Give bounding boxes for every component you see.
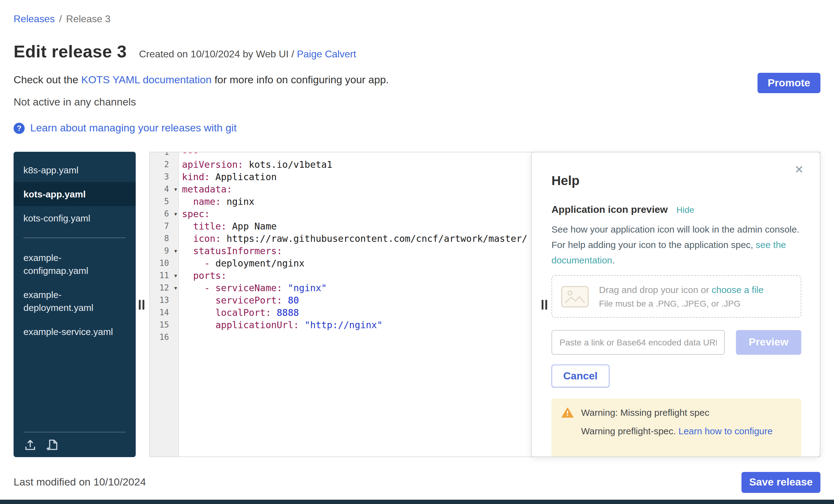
kots-yaml-doc-link[interactable]: KOTS YAML documentation — [81, 74, 212, 86]
code-text: applicationUrl: "http://nginx" — [178, 319, 382, 331]
file-tab-kots-config.yaml[interactable]: kots-config.yaml — [14, 206, 136, 230]
line-number: 14 — [150, 307, 178, 319]
code-text: apiVersion: kots.io/v1beta1 — [178, 158, 332, 171]
edit-release-page: Releases / Release 3 Edit release 3 Crea… — [0, 0, 834, 504]
promote-button[interactable]: Promote — [758, 73, 820, 93]
fold-caret-icon[interactable]: ▾ — [174, 269, 177, 282]
fold-caret-icon[interactable]: ▾ — [174, 245, 177, 257]
page-content: Releases / Release 3 Edit release 3 Crea… — [0, 0, 834, 490]
sidebar-resize-handle[interactable] — [139, 300, 144, 309]
line-number: 2 — [150, 158, 178, 171]
line-number: 5 — [150, 196, 178, 208]
help-panel: ✕ Help Application icon preview Hide See… — [531, 152, 820, 457]
warning-title: Warning: Missing preflight spec — [581, 407, 773, 418]
code-text: servicePort: 80 — [178, 294, 299, 307]
code-text: --- — [178, 152, 199, 158]
created-info: Created on 10/10/2024 by Web UI / Paige … — [139, 49, 356, 60]
breadcrumb-releases-link[interactable]: Releases — [14, 14, 54, 25]
doc-sentence: Check out the KOTS YAML documentation fo… — [14, 74, 820, 86]
image-placeholder-icon — [561, 285, 589, 308]
configure-preflight-link[interactable]: Learn how to configure — [679, 426, 773, 436]
code-text: ports: — [178, 269, 227, 282]
warning-text: Warning: Missing preflight spec Warning … — [581, 407, 773, 436]
line-number: 8 — [150, 233, 178, 245]
question-mark-icon: ? — [14, 123, 25, 134]
file-type-note: File must be a .PNG, .JPEG, or .JPG — [599, 299, 764, 308]
upload-file-icon[interactable] — [23, 438, 37, 452]
code-text — [178, 331, 182, 344]
icon-preview-description: See how your application icon will look … — [551, 221, 801, 268]
icon-preview-header: Application icon preview Hide — [551, 204, 801, 215]
file-tab-kots-app.yaml[interactable]: kots-app.yaml — [14, 182, 136, 206]
hide-link[interactable]: Hide — [676, 205, 694, 215]
breadcrumb-separator: / — [59, 14, 62, 25]
help-title: Help — [551, 173, 801, 188]
doc-sentence-suffix: for more info on configuring your app. — [212, 74, 389, 86]
code-text: statusInformers: — [178, 245, 282, 257]
preview-button[interactable]: Preview — [736, 330, 801, 355]
close-icon[interactable]: ✕ — [791, 162, 808, 177]
sidebar-actions — [23, 438, 59, 452]
breadcrumb: Releases / Release 3 — [14, 14, 820, 25]
footer: Last modified on 10/10/2024 Save release — [14, 472, 820, 493]
drop-instruction: Drag and drop your icon or — [599, 284, 711, 295]
line-number: 15 — [150, 319, 178, 331]
file-tab-example-deployment.yaml[interactable]: example-deployment.yaml — [14, 283, 136, 320]
warning-icon — [561, 407, 574, 418]
line-number: 10 — [150, 257, 178, 269]
code-text: icon: https://raw.githubusercontent.com/… — [178, 233, 527, 245]
choose-file-link[interactable]: choose a file — [711, 284, 763, 295]
line-number: 12▾ — [150, 282, 178, 294]
file-group-divider — [23, 238, 126, 238]
file-tab-example-configmap.yaml[interactable]: example-configmap.yaml — [14, 245, 136, 283]
created-text: Created on 10/10/2024 by Web UI / — [139, 49, 294, 59]
git-releases-link[interactable]: Learn about managing your releases with … — [30, 122, 237, 134]
warning-banner: Warning: Missing preflight spec Warning … — [551, 398, 801, 457]
fold-caret-icon[interactable]: ▾ — [174, 282, 177, 294]
icon-url-row: Preview — [551, 330, 801, 355]
code-text: metadata: — [178, 183, 232, 196]
code-text: name: nginx — [178, 196, 255, 208]
channel-status: Not active in any channels — [14, 96, 820, 109]
file-list: k8s-app.yamlkots-app.yamlkots-config.yam… — [14, 158, 136, 344]
title-row: Edit release 3 Created on 10/10/2024 by … — [14, 42, 820, 62]
last-modified: Last modified on 10/10/2024 — [14, 476, 146, 488]
code-text: kind: Application — [178, 171, 277, 183]
line-number: 13 — [150, 294, 178, 307]
line-number: 16 — [150, 331, 178, 344]
line-number: 9▾ — [150, 245, 178, 257]
fold-caret-icon[interactable]: ▾ — [174, 183, 177, 196]
code-text: - serviceName: "nginx" — [178, 282, 327, 294]
code-text: spec: — [178, 208, 210, 220]
line-number: 3 — [150, 171, 178, 183]
line-number: 7 — [150, 220, 178, 233]
page-title: Edit release 3 — [14, 42, 127, 62]
code-text: - deployment/nginx — [178, 257, 304, 269]
line-number: 6▾ — [150, 208, 178, 220]
bottom-bar — [0, 500, 834, 504]
code-text: title: App Name — [178, 220, 277, 233]
sidebar-divider — [23, 432, 126, 433]
release-workspace: k8s-app.yamlkots-app.yamlkots-config.yam… — [14, 152, 820, 457]
panel-resize-handle[interactable] — [542, 300, 547, 309]
doc-sentence-prefix: Check out the — [14, 74, 81, 86]
icon-dropzone[interactable]: Drag and drop your icon or choose a file… — [551, 275, 801, 318]
dropzone-text: Drag and drop your icon or choose a file… — [599, 284, 764, 308]
file-tab-example-service.yaml[interactable]: example-service.yaml — [14, 320, 136, 344]
author-link[interactable]: Paige Calvert — [297, 49, 356, 59]
line-number: 1 — [150, 152, 178, 158]
icon-preview-title: Application icon preview — [551, 204, 668, 215]
code-text: localPort: 8888 — [178, 307, 299, 319]
git-help-row: ? Learn about managing your releases wit… — [14, 122, 820, 134]
save-release-button[interactable]: Save release — [742, 472, 820, 493]
file-sidebar: k8s-app.yamlkots-app.yamlkots-config.yam… — [14, 152, 136, 457]
icon-url-input[interactable] — [551, 330, 725, 355]
add-file-icon[interactable] — [46, 438, 59, 452]
file-tab-k8s-app.yaml[interactable]: k8s-app.yaml — [14, 158, 136, 182]
fold-caret-icon[interactable]: ▾ — [174, 208, 177, 220]
warning-detail: Warning preflight-spec. — [581, 426, 679, 436]
breadcrumb-current: Release 3 — [66, 14, 110, 25]
cancel-button[interactable]: Cancel — [551, 365, 610, 388]
line-number: 4▾ — [150, 183, 178, 196]
line-number: 11▾ — [150, 269, 178, 282]
